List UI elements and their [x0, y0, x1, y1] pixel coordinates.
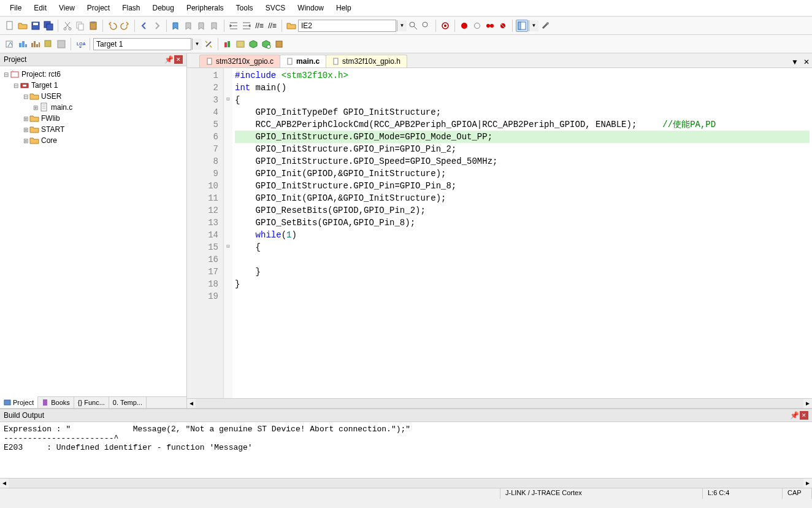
tree-folder-start[interactable]: ⊞ START: [0, 124, 186, 135]
bookmark-clear-icon[interactable]: [209, 20, 221, 32]
menu-help[interactable]: Help: [331, 2, 356, 14]
menu-window[interactable]: Window: [293, 2, 329, 14]
uncomment-icon[interactable]: //≡: [266, 20, 278, 32]
indent-icon[interactable]: [228, 20, 240, 32]
build-batch-icon[interactable]: [42, 38, 55, 50]
nav-forward-icon[interactable]: [151, 20, 163, 32]
project-tree[interactable]: ⊟ Project: rct6 ⊟ Target 1 ⊟ USER ⊞ mai: [0, 66, 186, 396]
svg-rect-32: [224, 42, 227, 47]
menu-view[interactable]: View: [54, 2, 80, 14]
svg-rect-24: [25, 44, 27, 47]
tree-folder-core[interactable]: ⊞ Core: [0, 135, 186, 146]
svg-rect-43: [207, 58, 212, 64]
pin-icon[interactable]: 📌: [164, 55, 173, 64]
download-icon[interactable]: LOAD: [74, 38, 86, 50]
new-file-icon[interactable]: [4, 20, 16, 32]
build-hscrollbar[interactable]: ◂▸: [0, 478, 812, 488]
find-in-files-icon[interactable]: [407, 20, 419, 32]
project-panel: Project 📌 ✕ ⊟ Project: rct6 ⊟ Target 1: [0, 53, 187, 408]
books-icon[interactable]: [273, 38, 285, 50]
tab-dropdown-icon[interactable]: ▼: [789, 56, 801, 67]
rebuild-icon[interactable]: [29, 38, 42, 50]
tab-close-icon[interactable]: ✕: [801, 56, 812, 67]
menu-peripherals[interactable]: Peripherals: [182, 2, 229, 14]
target-select[interactable]: Target 1: [93, 38, 191, 50]
window-layout-icon[interactable]: [516, 20, 528, 32]
menu-flash[interactable]: Flash: [117, 2, 145, 14]
manage-rte-icon[interactable]: [234, 38, 247, 50]
menu-project[interactable]: Project: [82, 2, 115, 14]
pack-installer-icon[interactable]: [260, 38, 272, 50]
tab-gpio-c[interactable]: stm32f10x_gpio.c: [199, 55, 280, 67]
expander-icon[interactable]: ⊟: [2, 71, 10, 78]
tab-project[interactable]: Project: [0, 396, 38, 408]
tree-folder-user[interactable]: ⊟ USER: [0, 91, 186, 102]
close-icon[interactable]: ✕: [174, 55, 183, 64]
find-dropdown-icon[interactable]: ▼: [397, 20, 407, 31]
line-gutter: 12345678910111213141516171819: [187, 68, 224, 398]
paste-icon[interactable]: [87, 20, 99, 32]
build-title-label: Build Output: [4, 411, 44, 420]
tab-templates[interactable]: 0. Temp...: [109, 397, 147, 408]
bookmark-prev-icon[interactable]: [183, 20, 195, 32]
undo-icon[interactable]: [106, 20, 118, 32]
tree-root[interactable]: ⊟ Project: rct6: [0, 69, 186, 80]
breakpoint-enable-icon[interactable]: [471, 20, 483, 32]
open-icon[interactable]: [17, 20, 29, 32]
nav-back-icon[interactable]: [138, 20, 150, 32]
bookmark-icon[interactable]: [170, 20, 182, 32]
svg-rect-33: [228, 41, 230, 47]
layout-dropdown-icon[interactable]: ▼: [529, 20, 538, 31]
tree-folder-fwlib[interactable]: ⊞ FWlib: [0, 113, 186, 124]
build-output-text[interactable]: Expression : " Message(2, "Not a genuine…: [0, 422, 812, 478]
code-content[interactable]: #include <stm32f10x.h>int main(){ GPIO_I…: [232, 68, 812, 398]
editor-hscrollbar[interactable]: ◂ ▸: [187, 398, 812, 408]
expander-icon[interactable]: ⊟: [22, 93, 29, 100]
menu-tools[interactable]: Tools: [231, 2, 258, 14]
close-icon[interactable]: ✕: [800, 411, 808, 420]
status-empty: [0, 488, 500, 499]
tree-target[interactable]: ⊟ Target 1: [0, 80, 186, 91]
save-icon[interactable]: [29, 20, 42, 32]
incremental-find-icon[interactable]: [420, 20, 432, 32]
tab-gpio-h[interactable]: stm32f10x_gpio.h: [326, 55, 407, 67]
expander-icon[interactable]: ⊞: [22, 126, 29, 133]
expander-icon[interactable]: ⊟: [12, 82, 20, 89]
options-icon[interactable]: [202, 38, 215, 50]
cut-icon[interactable]: [61, 20, 74, 32]
target-dropdown-icon[interactable]: ▼: [192, 39, 202, 50]
bookmark-next-icon[interactable]: [196, 20, 208, 32]
stop-build-icon[interactable]: [55, 38, 67, 50]
tab-main-c[interactable]: main.c: [280, 55, 326, 67]
save-all-icon[interactable]: [42, 20, 55, 32]
translate-icon[interactable]: [4, 38, 16, 50]
find-icon[interactable]: [285, 20, 297, 32]
outdent-icon[interactable]: [240, 20, 253, 32]
svg-rect-36: [276, 41, 282, 47]
breakpoint-insert-icon[interactable]: [458, 20, 470, 32]
tab-books[interactable]: Books: [38, 397, 74, 408]
comment-icon[interactable]: //≡: [253, 20, 266, 32]
tree-file-main[interactable]: ⊞ main.c: [0, 102, 186, 113]
file-ext-icon[interactable]: [221, 38, 234, 50]
menu-file[interactable]: File: [5, 2, 26, 14]
expander-icon[interactable]: ⊞: [32, 104, 39, 111]
build-icon[interactable]: [17, 38, 29, 50]
configure-icon[interactable]: [539, 20, 551, 32]
pin-icon[interactable]: 📌: [790, 411, 799, 420]
debug-icon[interactable]: [439, 20, 451, 32]
tab-functions[interactable]: {} Func...: [74, 397, 109, 408]
expander-icon[interactable]: ⊞: [22, 115, 29, 122]
code-editor[interactable]: 12345678910111213141516171819 ⊟⊟ #includ…: [187, 68, 812, 398]
menu-edit[interactable]: Edit: [29, 2, 52, 14]
copy-icon[interactable]: [74, 20, 86, 32]
breakpoint-disable-icon[interactable]: [484, 20, 496, 32]
menu-debug[interactable]: Debug: [148, 2, 179, 14]
menu-svcs[interactable]: SVCS: [261, 2, 291, 14]
expander-icon[interactable]: ⊞: [22, 137, 29, 144]
select-pack-icon[interactable]: [247, 38, 259, 50]
fold-column[interactable]: ⊟⊟: [224, 68, 232, 398]
breakpoint-kill-icon[interactable]: [497, 20, 509, 32]
find-combo[interactable]: IE2: [298, 20, 396, 32]
redo-icon[interactable]: [119, 20, 131, 32]
